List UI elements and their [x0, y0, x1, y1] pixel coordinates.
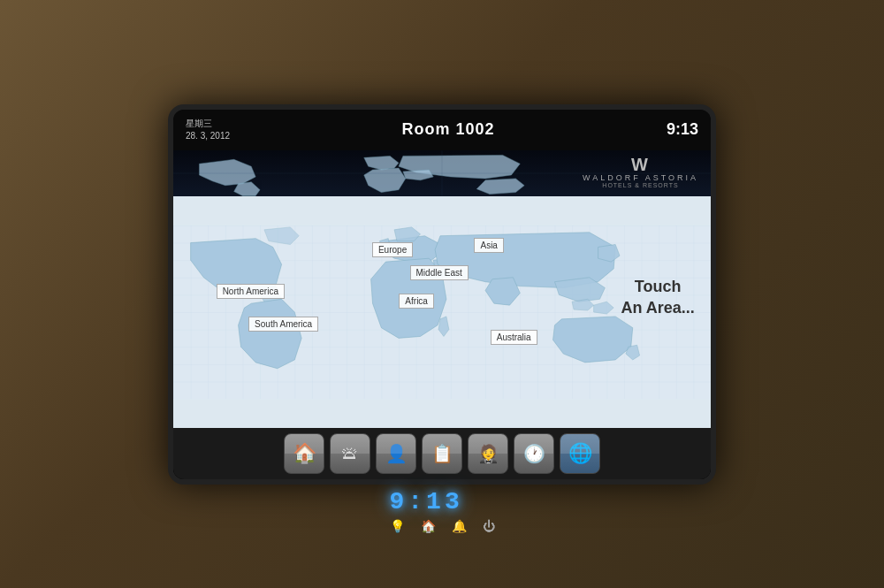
- north-america-label[interactable]: North America: [217, 284, 285, 299]
- home-button[interactable]: 🏠: [284, 433, 324, 474]
- globe-button[interactable]: 🌐: [560, 433, 600, 474]
- australia-label[interactable]: Australia: [491, 330, 537, 345]
- power-icon: ⏻: [483, 519, 495, 533]
- touch-area-cta: TouchAn Area...: [621, 277, 694, 318]
- header-time: 9:13: [667, 120, 698, 139]
- clock-button[interactable]: 🕐: [514, 433, 554, 474]
- house-icon: 🏠: [421, 519, 436, 533]
- bell-icon: 🔔: [452, 519, 467, 533]
- header-date: 星期三 28. 3, 2012: [186, 118, 230, 142]
- light-icon: 💡: [390, 519, 405, 533]
- digital-clock: 9:13: [390, 488, 495, 515]
- globe-icon: 🌐: [568, 442, 592, 465]
- header-bar: 星期三 28. 3, 2012 Room 1002 9:13: [173, 110, 711, 150]
- info-icon: 📋: [431, 443, 453, 464]
- status-icons: 💡 🏠 🔔 ⏻: [390, 519, 495, 533]
- africa-label[interactable]: Africa: [399, 294, 434, 309]
- europe-label[interactable]: Europe: [372, 242, 413, 257]
- butler-icon: 🤵: [477, 443, 499, 464]
- south-america-label[interactable]: South America: [248, 317, 318, 332]
- room-title: Room 1002: [401, 120, 494, 139]
- map-container: North America Europe Asia Middle East Af…: [173, 196, 711, 428]
- screen: 星期三 28. 3, 2012 Room 1002 9:13: [168, 104, 716, 485]
- content-area: W WALDORF ASTORIA HOTELS & RESORTS: [173, 150, 711, 479]
- clock-icon: 🕐: [523, 443, 545, 464]
- services-button[interactable]: 👤: [376, 433, 416, 474]
- middle-east-label[interactable]: Middle East: [410, 265, 469, 280]
- butler-button[interactable]: 🤵: [468, 433, 508, 474]
- map-section: W WALDORF ASTORIA HOTELS & RESORTS: [173, 150, 711, 428]
- digital-clock-area: 9:13 💡 🏠 🔔 ⏻: [390, 488, 495, 533]
- concierge-icon: 🛎: [341, 443, 359, 463]
- asia-label[interactable]: Asia: [474, 238, 503, 253]
- waldorf-logo: W WALDORF ASTORIA HOTELS & RESORTS: [583, 156, 698, 188]
- services-icon: 👤: [385, 443, 408, 464]
- home-icon: 🏠: [293, 442, 316, 465]
- concierge-button[interactable]: 🛎: [330, 433, 370, 474]
- nav-bar: 🏠 🛎 👤 📋 🤵 🕐 🌐: [173, 428, 711, 479]
- waldorf-w-icon: W: [583, 156, 698, 173]
- info-button[interactable]: 📋: [422, 433, 462, 474]
